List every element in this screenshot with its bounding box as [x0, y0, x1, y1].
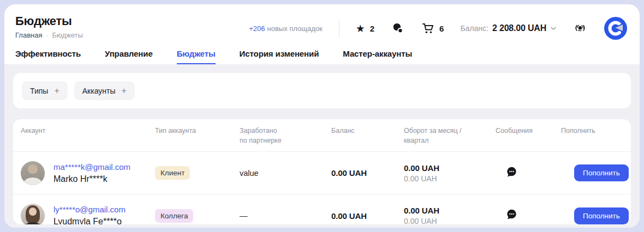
- notification-icon[interactable]: [573, 21, 587, 35]
- tab-bar: Эффективность Управление Бюджеты История…: [4, 49, 640, 64]
- table-header-row: Аккаунт Тип аккаунта Заработано по партн…: [13, 119, 631, 152]
- column-header-balance: Баланс: [324, 126, 396, 136]
- page-background: Бюджеты Главная · Бюджеты +206новых площ…: [0, 0, 644, 232]
- account-email-link[interactable]: ly*****o@gmail.com: [53, 204, 126, 215]
- turnover-quarter: 0.00 UAH: [404, 174, 488, 183]
- breadcrumb: Главная · Бюджеты: [15, 31, 83, 39]
- account-email-link[interactable]: ma*****k@gmail.com: [53, 162, 130, 172]
- account-cell: ma*****k@gmail.com Marko Hr****k: [13, 161, 147, 185]
- new-sites-link[interactable]: +206новых площадок: [249, 25, 323, 33]
- avatar: [21, 204, 45, 224]
- column-header-messages: Сообщения: [488, 126, 553, 136]
- app-panel: Бюджеты Главная · Бюджеты +206новых площ…: [4, 4, 640, 228]
- new-sites-count: +206: [249, 25, 265, 33]
- balance-dropdown[interactable]: Баланс: 2 208.00 UAH: [460, 23, 557, 33]
- chevron-down-icon: [550, 26, 557, 30]
- account-type-badge: Коллега: [155, 209, 193, 223]
- account-type-cell: Клиент: [147, 166, 232, 180]
- app-logo[interactable]: [604, 16, 628, 40]
- turnover-month: 0.00 UAH: [404, 206, 488, 215]
- avatar-shape: [23, 178, 42, 185]
- header: Бюджеты Главная · Бюджеты +206новых площ…: [4, 4, 640, 40]
- new-sites-label: новых площадок: [267, 25, 323, 33]
- account-type-badge: Клиент: [155, 166, 190, 180]
- title-block: Бюджеты Главная · Бюджеты: [15, 14, 83, 39]
- table-row: ma*****k@gmail.com Marko Hr****k Клиент …: [13, 152, 631, 194]
- topup-cell: Пополнить: [553, 207, 631, 224]
- account-type-cell: Коллега: [147, 209, 232, 223]
- earned-cell: —: [232, 211, 324, 220]
- breadcrumb-separator: ·: [46, 32, 48, 39]
- page-title: Бюджеты: [15, 14, 83, 28]
- filter-chip-label: Типы: [30, 87, 48, 95]
- balance-cell: 0.00 UAH: [324, 211, 396, 221]
- avatar: [21, 161, 45, 185]
- accounts-table: Аккаунт Тип аккаунта Заработано по партн…: [13, 119, 631, 224]
- topup-button[interactable]: Пополнить: [574, 207, 629, 224]
- message-icon[interactable]: [505, 166, 517, 178]
- tab-effectiveness[interactable]: Эффективность: [15, 49, 81, 64]
- account-cell: ly*****o@gmail.com Lyudmyla Fe****o: [13, 204, 147, 224]
- balance-label: Баланс:: [460, 24, 488, 33]
- account-name: Marko Hr****k: [53, 174, 130, 185]
- topup-button[interactable]: Пополнить: [574, 164, 629, 181]
- favorites-widget[interactable]: ★ 2: [356, 23, 374, 34]
- avatar-shape: [29, 207, 37, 216]
- column-header-account-type: Тип аккаунта: [147, 126, 232, 136]
- chat-icon[interactable]: [391, 21, 405, 35]
- tab-budgets[interactable]: Бюджеты: [177, 49, 216, 64]
- topup-cell: Пополнить: [553, 164, 631, 181]
- header-stats: +206новых площадок ★ 2: [249, 16, 628, 40]
- turnover-cell: 0.00 UAH 0.00 UAH: [396, 206, 488, 224]
- messages-cell: [488, 166, 553, 180]
- column-header-account: Аккаунт: [13, 126, 147, 136]
- favorites-count: 2: [370, 24, 374, 33]
- message-icon[interactable]: [505, 209, 517, 221]
- column-header-topup: Пополнить: [553, 126, 631, 136]
- account-name: Lyudmyla Fe****o: [53, 216, 126, 224]
- account-identity: ma*****k@gmail.com Marko Hr****k: [53, 162, 130, 185]
- balance-cell: 0.00 UAH: [324, 168, 396, 178]
- header-divider: [339, 19, 339, 38]
- plus-icon: +: [121, 86, 126, 96]
- table-row: ly*****o@gmail.com Lyudmyla Fe****o Колл…: [13, 194, 631, 224]
- turnover-quarter: 0.00 UAH: [404, 217, 488, 224]
- avatar-shape: [28, 164, 38, 174]
- avatar-shape: [24, 222, 41, 224]
- filter-chip-types[interactable]: Типы +: [22, 81, 68, 100]
- filters-card: Типы + Аккаунты +: [13, 73, 631, 108]
- earned-cell: value: [232, 169, 324, 178]
- account-identity: ly*****o@gmail.com Lyudmyla Fe****o: [53, 204, 126, 224]
- cart-icon: [421, 22, 434, 35]
- column-header-turnover: Оборот за месяц / квартал: [396, 126, 488, 145]
- turnover-cell: 0.00 UAH 0.00 UAH: [396, 163, 488, 183]
- cart-count: 6: [439, 24, 444, 33]
- tab-change-history[interactable]: История изменений: [240, 49, 319, 64]
- filter-chip-accounts[interactable]: Аккаунты +: [74, 81, 135, 100]
- breadcrumb-home-link[interactable]: Главная: [15, 31, 42, 39]
- star-icon: ★: [356, 23, 365, 34]
- balance-value: 2 208.00 UAH: [492, 23, 546, 33]
- messages-cell: [488, 209, 553, 223]
- tab-master-accounts[interactable]: Мастер-аккаунты: [343, 49, 412, 64]
- tab-management[interactable]: Управление: [105, 49, 153, 64]
- filter-chip-label: Аккаунты: [82, 87, 116, 95]
- content-area: Типы + Аккаунты + Аккаунт Тип аккаунта: [4, 64, 640, 228]
- cart-widget[interactable]: 6: [421, 22, 444, 35]
- column-header-earned: Заработано по партнерке: [232, 126, 324, 145]
- plus-icon: +: [54, 86, 59, 96]
- breadcrumb-current: Бюджеты: [52, 31, 82, 39]
- turnover-month: 0.00 UAH: [404, 163, 488, 173]
